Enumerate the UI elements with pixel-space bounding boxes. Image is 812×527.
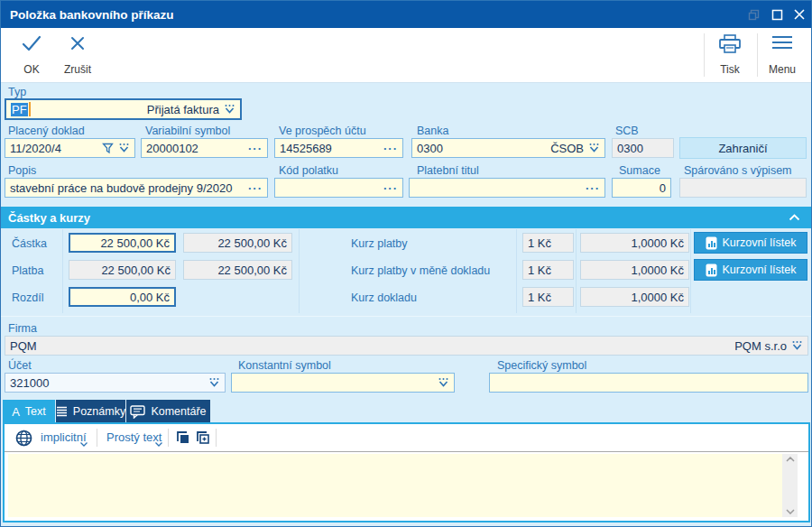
kurz-platby-mena-rate-value: 1,0000 Kč xyxy=(631,264,684,277)
specificky-symbol-field[interactable] xyxy=(489,373,808,393)
menu-button[interactable]: Menu xyxy=(761,32,803,78)
zahranici-button[interactable]: Zahraničí xyxy=(679,137,807,159)
platebni-titul-label: Platební titul xyxy=(417,164,479,177)
firma-label: Firma xyxy=(8,322,37,335)
konstantni-symbol-field[interactable] xyxy=(231,373,455,393)
kurz-platby-mena-unit-value: 1 Kč xyxy=(528,264,551,277)
text-a-icon: A xyxy=(12,405,20,419)
tab-komentare[interactable]: Komentáře xyxy=(126,400,210,423)
globe-language-icon[interactable] xyxy=(15,430,32,447)
kurz-dokladu-unit: 1 Kč xyxy=(522,287,574,307)
print-button[interactable]: Tisk xyxy=(710,32,750,78)
kurz-platby-unit: 1 Kč xyxy=(522,233,574,253)
kurzovni-listek-button[interactable]: Kurzovní lístek xyxy=(694,259,807,281)
ellipsis-icon[interactable]: ··· xyxy=(383,181,398,195)
panel-separator xyxy=(216,429,217,447)
cancel-x-icon xyxy=(69,34,87,52)
firma-field[interactable]: PQM PQM s.r.o xyxy=(5,336,808,356)
platba-label: Platba xyxy=(12,264,43,277)
variabilni-symbol-label: Variabilní symbol xyxy=(145,125,230,137)
platba-field-2: 22 500,00 Kč xyxy=(183,260,292,280)
banka-label: Banka xyxy=(417,125,448,137)
vertical-scrollbar[interactable] xyxy=(782,454,798,517)
grid-separator xyxy=(576,229,577,313)
kurz-dokladu-label: Kurz dokladu xyxy=(351,291,417,304)
ucet-field[interactable]: 321000 xyxy=(5,373,226,393)
collapse-chevron-up-icon[interactable] xyxy=(789,214,800,221)
typ-field[interactable]: PF Přijatá faktura xyxy=(5,98,242,120)
placeny-doklad-field[interactable]: 11/2020/4 xyxy=(5,138,135,158)
castka-value-2: 22 500,00 Kč xyxy=(217,236,287,250)
copy-icon[interactable] xyxy=(175,430,190,445)
text-content-area[interactable] xyxy=(8,454,782,517)
menu-label: Menu xyxy=(769,63,796,76)
chevron-down-icon[interactable] xyxy=(80,442,88,447)
banka-field[interactable]: 0300 ČSOB xyxy=(411,138,605,158)
ellipsis-icon[interactable]: ··· xyxy=(248,181,263,195)
ucet-label: Účet xyxy=(8,359,32,372)
castky-section-title: Částky a kurzy xyxy=(1,211,789,225)
rozdil-value: 0,00 Kč xyxy=(130,291,170,304)
tab-komentare-label: Komentáře xyxy=(151,405,206,418)
placeny-doklad-label: Placený doklad xyxy=(8,125,85,137)
kod-polatku-field[interactable]: ··· xyxy=(274,178,403,198)
tab-poznamky[interactable]: Poznámky xyxy=(56,400,125,423)
toolbar-separator xyxy=(704,33,705,77)
language-selector[interactable]: implicitní xyxy=(41,430,87,444)
tab-text[interactable]: A Text xyxy=(3,400,55,423)
cancel-button[interactable]: Zrušit xyxy=(55,32,100,78)
sparovano-field xyxy=(679,178,807,198)
sumace-field[interactable]: 0 xyxy=(612,178,671,198)
rozdil-field[interactable]: 0,00 Kč xyxy=(69,287,176,307)
tab-poznamky-label: Poznámky xyxy=(73,405,125,418)
banka-name: ČSOB xyxy=(550,142,584,155)
castka-label: Částka xyxy=(12,237,47,250)
restore-window-icon[interactable] xyxy=(741,1,766,28)
ve-prospech-uctu-field[interactable]: 14525689 ··· xyxy=(274,138,403,158)
dropdown-icon[interactable] xyxy=(791,340,803,351)
dropdown-icon[interactable] xyxy=(588,143,600,153)
variabilni-symbol-field[interactable]: 20000102 ··· xyxy=(141,138,268,158)
toolbar-separator xyxy=(757,33,758,77)
ellipsis-icon[interactable]: ··· xyxy=(248,142,263,155)
popis-field[interactable]: stavební práce na budově prodejny 9/2020… xyxy=(5,178,268,198)
banka-value: 0300 xyxy=(417,142,550,155)
close-icon[interactable] xyxy=(787,1,812,28)
dropdown-icon[interactable] xyxy=(208,377,220,388)
filter-icon[interactable] xyxy=(102,143,114,154)
scroll-up-icon[interactable] xyxy=(786,457,795,462)
kurzovni-listek-label: Kurzovní lístek xyxy=(723,264,797,276)
scroll-down-icon[interactable] xyxy=(786,509,795,514)
check-icon xyxy=(21,34,42,52)
dropdown-icon[interactable] xyxy=(118,143,130,153)
grid-separator xyxy=(299,229,300,313)
chevron-down-icon[interactable] xyxy=(155,442,162,447)
dialog-window: Položka bankovního příkazu OK Zrušit Tis… xyxy=(0,0,812,527)
grid-separator xyxy=(62,229,63,313)
grid-separator xyxy=(690,229,691,313)
window-title: Položka bankovního příkazu xyxy=(1,8,174,22)
tab-text-label: Text xyxy=(25,405,46,418)
konstantni-symbol-label: Konstantní symbol xyxy=(238,359,331,372)
main-toolbar xyxy=(1,28,811,83)
zahranici-label: Zahraničí xyxy=(718,142,767,155)
grid-separator xyxy=(516,229,517,313)
panel-separator xyxy=(97,429,97,447)
kurz-platby-mena-label: Kurz platby v měně dokladu xyxy=(351,264,490,277)
scb-field: 0300 xyxy=(612,138,674,158)
castka-field-1[interactable]: 22 500,00 Kč xyxy=(69,233,176,253)
variabilni-symbol-value: 20000102 xyxy=(146,142,245,155)
ok-button[interactable]: OK xyxy=(12,32,51,78)
platebni-titul-field[interactable]: ··· xyxy=(409,178,605,198)
sumace-value: 0 xyxy=(660,181,666,195)
typ-value: Přijatá faktura xyxy=(147,103,219,116)
kurzovni-listek-button[interactable]: Kurzovní lístek xyxy=(694,232,807,254)
dropdown-icon[interactable] xyxy=(438,377,449,388)
ellipsis-icon[interactable]: ··· xyxy=(383,142,398,155)
format-selector[interactable]: Prostý text xyxy=(106,430,161,444)
dropdown-icon[interactable] xyxy=(224,104,235,115)
kurz-platby-mena-rate: 1,0000 Kč xyxy=(580,260,689,280)
copy-add-icon[interactable] xyxy=(195,430,210,445)
ellipsis-icon[interactable]: ··· xyxy=(586,181,600,195)
maximize-icon[interactable] xyxy=(764,1,789,28)
